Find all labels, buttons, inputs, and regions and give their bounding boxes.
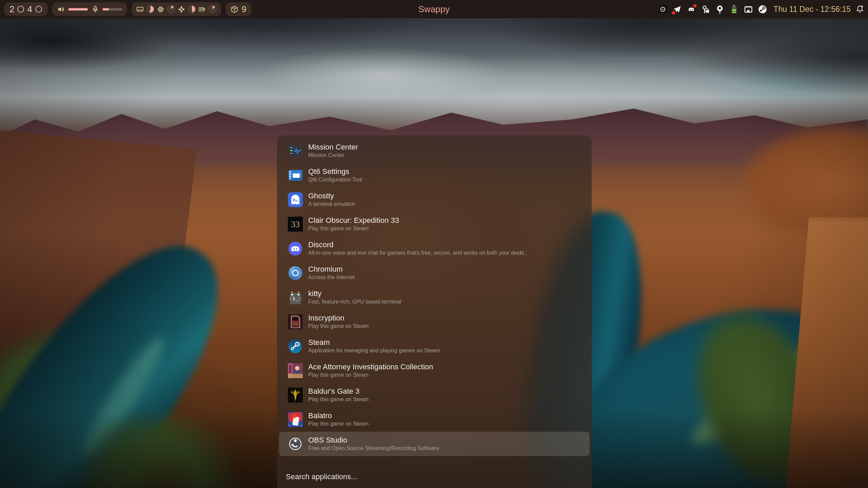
microphone-icon [91,5,99,13]
speaker-icon [57,5,65,13]
audio-module[interactable] [52,2,127,16]
app-title: Ghostty [308,192,355,200]
package-icon [230,5,238,13]
mic-slider[interactable] [103,8,122,11]
focused-window-title: Swappy [418,0,450,18]
workspace-empty-dot[interactable] [35,6,42,13]
app-description: Access the Internet [308,274,355,281]
desktop: 24 9 Swappy Thu 11 Dec - 12:56:15 Mis [0,0,868,488]
gpu-usage-pie [208,5,217,13]
app-title: Clair Obscur: Expedition 33 [308,216,399,225]
gpu-icon [198,5,206,13]
workspace-empty-dot[interactable] [17,6,24,13]
app-launcher-panel: Mission Center Mission Center Qt6 Settin… [277,135,592,488]
app-description: Play this game on Steam [308,372,433,379]
workspace-indicator[interactable]: 24 [4,2,48,16]
steelseries-tray-icon[interactable] [658,5,667,14]
app-description: Fast, feature-rich, GPU based terminal [308,298,401,306]
app-title: Inscryption [308,314,369,322]
app-row-clair-obscur[interactable]: 33 Clair Obscur: Expedition 33 Play this… [279,212,590,236]
gamepad-icon [178,5,185,13]
app-title: Balatro [308,411,369,420]
app-title: Qt6 Settings [308,167,362,176]
app-row-qt6[interactable]: Qt6 Settings Qt6 Configuration Tool [279,163,590,188]
notification-badge [693,4,697,7]
app-row-inscryption[interactable]: Inscryption Play this game on Steam [279,310,590,334]
updates-module[interactable]: 9 [226,2,251,16]
app-title: kitty [308,289,401,298]
app-row-discord[interactable]: Discord All-in-one voice and text chat f… [279,236,590,261]
clair-obscur-icon: 33 [288,217,303,232]
app-row-mission-center[interactable]: Mission Center Mission Center [279,139,590,163]
app-description: Application for managing and playing gam… [308,347,440,354]
workspace-number[interactable]: 2 [10,5,14,14]
app-row-chromium[interactable]: Chromium Access the Internet [279,261,590,285]
app-row-bg3[interactable]: Baldur's Gate 3 Play this game on Steam [279,383,590,407]
app-description: Play this game on Steam [308,225,399,232]
cpu-icon [157,5,165,13]
steam-icon [288,339,303,354]
discord-icon [288,241,303,256]
app-description: Mission Center [308,152,358,159]
clock[interactable]: Thu 11 Dec - 12:56:15 [774,5,851,14]
app-description: Play this game on Steam [308,421,369,428]
app-description: Qt6 Configuration Tool [308,176,362,183]
app-row-kitty[interactable]: ❯_ kitty Fast, feature-rich, GPU based t… [279,285,590,310]
updates-count: 9 [242,5,246,14]
app-row-ace-attorney[interactable]: Ace Attorney Investigations Collection P… [279,358,590,383]
battery-tray-icon[interactable] [730,5,739,14]
volume-slider[interactable] [68,8,88,11]
keyhole-tray-icon[interactable] [715,5,724,14]
app-row-obs[interactable]: OBS Studio Free and Open Source Streamin… [279,432,590,456]
top-bar: 24 9 Swappy Thu 11 Dec - 12:56:15 [0,0,868,18]
memory-icon [136,5,144,13]
kitty-icon: ❯_ [288,290,303,305]
workspace-number[interactable]: 4 [27,5,32,14]
app-title: OBS Studio [308,436,439,444]
app-title: Ace Attorney Investigations Collection [308,363,433,371]
obs-icon [288,436,303,451]
search-input[interactable]: Search applications... [286,472,357,481]
app-list: Mission Center Mission Center Qt6 Settin… [277,135,592,456]
ace-attorney-icon [288,363,303,378]
notification-bell-icon[interactable] [856,5,864,13]
app-title: Mission Center [308,143,358,151]
cpu-usage-pie [167,5,175,13]
keepassxc-tray-icon[interactable] [701,5,710,14]
discord-tray-icon[interactable] [687,5,696,14]
mission-center-icon [288,143,303,158]
app-row-ghostty[interactable]: Ghostty A terminal emulator [279,188,590,212]
app-description: Play this game on Steam [308,396,369,403]
inscryption-icon [288,314,303,329]
app-title: Chromium [308,265,355,273]
app-description: Free and Open Source Streaming/Recording… [308,445,439,452]
bg3-icon [288,388,303,403]
app-title: Steam [308,338,440,347]
app-description: Play this game on Steam [308,323,369,330]
system-metrics-module[interactable] [132,2,221,16]
steam-tray-tray-icon[interactable] [758,5,767,14]
ghostty-icon [288,192,303,207]
chromium-icon [288,266,303,280]
qt6-icon [288,168,303,183]
telegram-tray-icon[interactable] [672,5,682,14]
notification-badge [672,11,675,15]
app-description: All-in-one voice and text chat for gamer… [308,250,527,257]
app-title: Baldur's Gate 3 [308,387,369,395]
app-row-balatro[interactable]: Balatro Play this game on Steam [279,407,590,432]
gamepad-usage-pie [188,5,196,13]
memory-usage-pie [146,5,154,13]
balatro-icon [288,412,303,427]
ethernet-tray-icon[interactable] [744,5,753,14]
app-row-steam[interactable]: Steam Application for managing and playi… [279,334,590,358]
app-description: A terminal emulator [308,201,355,208]
svg-text:33: 33 [291,219,300,229]
app-title: Discord [308,240,527,249]
svg-text:❯_: ❯_ [292,296,298,301]
